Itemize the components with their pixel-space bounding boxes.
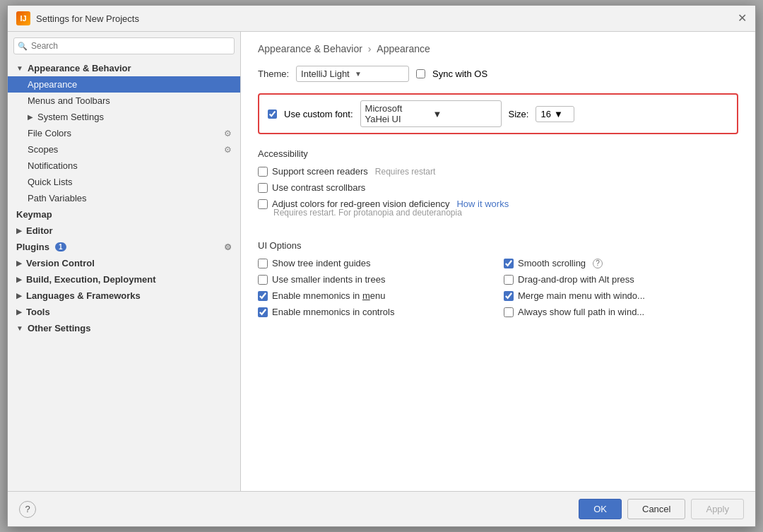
check-smooth-scrolling: Smooth scrolling ? bbox=[504, 258, 738, 268]
mnemonics-controls-label[interactable]: Enable mnemonics in controls bbox=[272, 307, 394, 317]
smooth-scrolling-checkbox[interactable] bbox=[504, 259, 514, 268]
ui-options-grid: Show tree indent guides Use smaller inde… bbox=[258, 258, 738, 317]
sidebar-item-tools[interactable]: ▶ Tools bbox=[8, 304, 240, 320]
color-deficiency-checkbox[interactable] bbox=[258, 199, 268, 209]
expand-icon: ▶ bbox=[16, 259, 22, 267]
breadcrumb-part1: Appearance & Behavior bbox=[258, 43, 362, 54]
expand-icon: ▶ bbox=[16, 276, 22, 283]
font-dropdown[interactable]: Microsoft YaHei UI ▼ bbox=[360, 100, 502, 127]
check-item-screen-readers: Support screen readers Requires restart bbox=[258, 166, 738, 177]
sidebar-label: Other Settings bbox=[28, 323, 91, 333]
settings-window: IJ Settings for New Projects ✕ 🔍 ▼ Appea… bbox=[7, 5, 756, 527]
screen-readers-checkbox[interactable] bbox=[258, 167, 268, 177]
screen-readers-label[interactable]: Support screen readers bbox=[272, 166, 368, 177]
sync-os-checkbox[interactable] bbox=[416, 69, 425, 78]
sync-os-label[interactable]: Sync with OS bbox=[432, 69, 487, 79]
breadcrumb-arrow: › bbox=[368, 43, 374, 54]
smaller-indents-checkbox[interactable] bbox=[258, 275, 268, 285]
sidebar-item-appearance-behavior[interactable]: ▼ Appearance & Behavior bbox=[8, 60, 240, 76]
sidebar-label: Path Variables bbox=[28, 193, 87, 203]
smooth-scrolling-label[interactable]: Smooth scrolling bbox=[518, 258, 586, 268]
sidebar-item-editor[interactable]: ▶ Editor bbox=[8, 223, 240, 239]
sidebar-item-plugins[interactable]: Plugins 1 ⚙ bbox=[8, 239, 240, 255]
body: 🔍 ▼ Appearance & Behavior Appearance Men… bbox=[8, 32, 755, 491]
footer-buttons: OK Cancel Apply bbox=[579, 499, 744, 519]
sidebar-item-keymap[interactable]: Keymap bbox=[8, 206, 240, 223]
expand-icon: ▼ bbox=[16, 324, 23, 332]
font-value: Microsoft YaHei UI bbox=[365, 103, 429, 124]
always-full-path-label[interactable]: Always show full path in wind... bbox=[518, 307, 644, 317]
cancel-button[interactable]: Cancel bbox=[627, 499, 685, 519]
ui-options-left: Show tree indent guides Use smaller inde… bbox=[258, 258, 492, 317]
size-dropdown[interactable]: 16 ▼ bbox=[536, 106, 574, 122]
show-tree-guides-label[interactable]: Show tree indent guides bbox=[272, 258, 370, 268]
sidebar-label: Version Control bbox=[26, 258, 95, 268]
expand-icon: ▶ bbox=[16, 227, 22, 235]
mnemonics-controls-checkbox[interactable] bbox=[258, 307, 268, 317]
mnemonics-menu-checkbox[interactable] bbox=[258, 291, 268, 301]
size-label: Size: bbox=[509, 109, 529, 119]
sidebar-label: Quick Lists bbox=[28, 177, 73, 187]
sidebar-label: Editor bbox=[26, 225, 53, 236]
sidebar-item-other-settings[interactable]: ▼ Other Settings bbox=[8, 320, 240, 336]
sidebar-item-notifications[interactable]: Notifications bbox=[8, 158, 240, 174]
theme-row: Theme: IntelliJ Light ▼ Sync with OS bbox=[258, 66, 738, 82]
sidebar-item-quick-lists[interactable]: Quick Lists bbox=[8, 174, 240, 190]
custom-font-checkbox[interactable] bbox=[268, 110, 277, 119]
always-full-path-checkbox[interactable] bbox=[504, 307, 514, 317]
merge-main-menu-checkbox[interactable] bbox=[504, 291, 514, 301]
mnemonics-menu-label[interactable]: Enable mnemonics in menu bbox=[272, 290, 385, 301]
sidebar-label: Appearance bbox=[28, 79, 77, 90]
sidebar: 🔍 ▼ Appearance & Behavior Appearance Men… bbox=[8, 32, 241, 491]
sidebar-item-languages-frameworks[interactable]: ▶ Languages & Frameworks bbox=[8, 288, 240, 304]
merge-main-menu-label[interactable]: Merge main menu with windo... bbox=[518, 290, 645, 301]
sidebar-label: Appearance & Behavior bbox=[28, 63, 131, 73]
expand-icon: ▶ bbox=[16, 292, 22, 300]
title-bar: IJ Settings for New Projects ✕ bbox=[8, 6, 755, 32]
sidebar-item-scopes[interactable]: Scopes ⚙ bbox=[8, 141, 240, 158]
sidebar-item-file-colors[interactable]: File Colors ⚙ bbox=[8, 125, 240, 141]
title-bar-left: IJ Settings for New Projects bbox=[16, 11, 139, 25]
contrast-scrollbars-label[interactable]: Use contrast scrollbars bbox=[272, 182, 365, 193]
check-show-tree-guides: Show tree indent guides bbox=[258, 258, 492, 268]
settings-icon: ⚙ bbox=[224, 129, 232, 138]
help-button[interactable]: ? bbox=[19, 501, 36, 518]
chevron-down-icon: ▼ bbox=[554, 109, 563, 119]
sidebar-label: Tools bbox=[26, 307, 50, 317]
app-icon: IJ bbox=[16, 11, 30, 25]
smaller-indents-label[interactable]: Use smaller indents in trees bbox=[272, 274, 385, 285]
sidebar-item-menus-toolbars[interactable]: Menus and Toolbars bbox=[8, 93, 240, 109]
show-tree-guides-checkbox[interactable] bbox=[258, 259, 268, 268]
sidebar-item-build-exec-deploy[interactable]: ▶ Build, Execution, Deployment bbox=[8, 271, 240, 288]
search-input[interactable] bbox=[13, 37, 235, 54]
apply-button[interactable]: Apply bbox=[691, 499, 744, 519]
check-merge-main-menu: Merge main menu with windo... bbox=[504, 290, 738, 301]
sidebar-label: Scopes bbox=[28, 144, 58, 155]
check-drag-drop-alt: Drag-and-drop with Alt press bbox=[504, 274, 738, 285]
ok-button[interactable]: OK bbox=[579, 499, 622, 519]
contrast-scrollbars-checkbox[interactable] bbox=[258, 183, 268, 193]
drag-drop-alt-checkbox[interactable] bbox=[504, 275, 514, 285]
sidebar-label: System Settings bbox=[37, 112, 104, 122]
accessibility-checks: Support screen readers Requires restart … bbox=[258, 166, 738, 218]
sidebar-label: Keymap bbox=[16, 209, 52, 220]
drag-drop-alt-label[interactable]: Drag-and-drop with Alt press bbox=[518, 274, 634, 285]
sidebar-item-system-settings[interactable]: ▶ System Settings bbox=[8, 109, 240, 125]
expand-icon: ▶ bbox=[16, 308, 22, 316]
theme-value: IntelliJ Light bbox=[301, 69, 350, 79]
sidebar-item-path-variables[interactable]: Path Variables bbox=[8, 190, 240, 206]
sidebar-label: Menus and Toolbars bbox=[28, 95, 110, 106]
close-button[interactable]: ✕ bbox=[738, 13, 747, 24]
sidebar-item-appearance[interactable]: Appearance bbox=[8, 76, 240, 93]
size-value: 16 bbox=[540, 109, 550, 119]
sidebar-item-version-control[interactable]: ▶ Version Control bbox=[8, 255, 240, 271]
check-mnemonics-menu: Enable mnemonics in menu bbox=[258, 290, 492, 301]
expand-icon: ▼ bbox=[16, 64, 23, 72]
theme-dropdown[interactable]: IntelliJ Light ▼ bbox=[296, 66, 409, 82]
smooth-scrolling-help-icon[interactable]: ? bbox=[593, 259, 603, 268]
screen-readers-note: Requires restart bbox=[375, 167, 435, 177]
settings-icon: ⚙ bbox=[224, 242, 232, 252]
sidebar-label: Notifications bbox=[28, 160, 78, 171]
custom-font-label[interactable]: Use custom font: bbox=[284, 109, 353, 119]
ui-options-title: UI Options bbox=[258, 240, 738, 251]
